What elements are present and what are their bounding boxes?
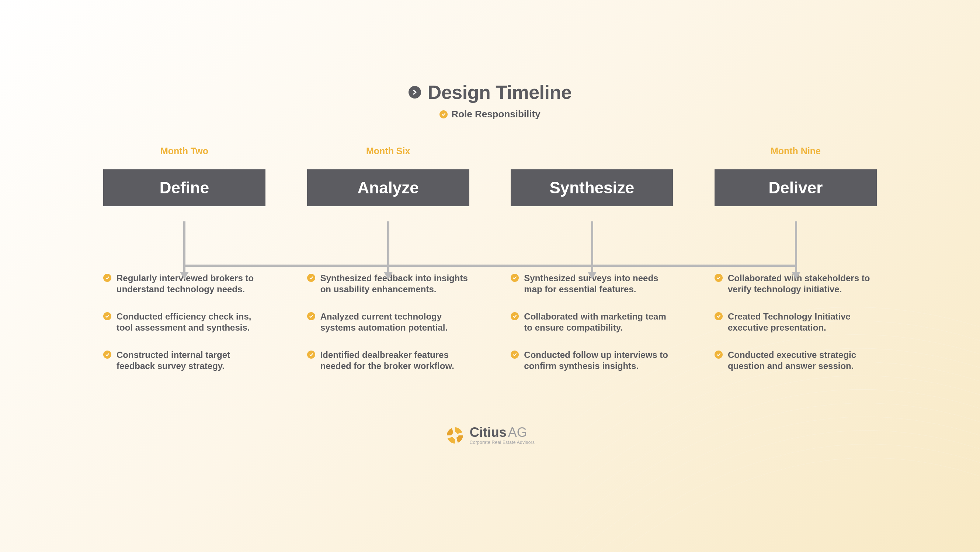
timeline-column: Month Nine Deliver Collaborated with sta… [714,146,877,372]
logo-name-suffix: AG [508,425,527,440]
check-circle-icon [103,351,111,359]
bullet-text: Collaborated with stakeholders to verify… [728,273,877,295]
bullet-text: Conducted efficiency check ins, tool ass… [116,311,266,333]
bullet-text: Constructed internal target feedback sur… [116,349,266,372]
stage-deliver: Deliver [714,169,877,206]
month-label: Month Two [161,146,208,163]
logo-tagline: Corporate Real Estate Advisors [470,440,535,445]
check-circle-icon [439,110,448,118]
bullet-text: Regularly interviewed brokers to underst… [116,273,266,295]
bullet-list: Collaborated with stakeholders to verify… [714,273,877,372]
bullet-text: Conducted executive strategic question a… [728,349,877,372]
bullet-item: Regularly interviewed brokers to underst… [103,273,266,295]
bullet-item: Synthesized feedback into insights on us… [307,273,469,295]
check-circle-icon [511,351,519,359]
bullet-text: Identified dealbreaker features needed f… [320,349,469,372]
stage-define: Define [103,169,266,206]
bullet-list: Synthesized feedback into insights on us… [307,273,469,372]
check-circle-icon [511,312,519,320]
check-circle-icon [714,274,723,282]
check-circle-icon [307,274,315,282]
check-circle-icon [714,312,723,320]
month-label: Month Six [366,146,410,163]
slide-root: Design Timeline Role Responsibility Mont… [0,0,980,552]
month-label: Month Nine [771,146,821,163]
bullet-text: Analyzed current technology systems auto… [320,311,469,333]
bullet-list: Regularly interviewed brokers to underst… [103,273,266,372]
check-circle-icon [103,274,111,282]
bullet-item: Created Technology Initiative executive … [714,311,877,333]
bullet-text: Synthesized surveys into needs map for e… [524,273,673,295]
company-logo: CitiusAG Corporate Real Estate Advisors [445,426,535,445]
bullet-list: Synthesized surveys into needs map for e… [511,273,673,372]
title-block: Design Timeline Role Responsibility [0,81,980,120]
bullet-item: Identified dealbreaker features needed f… [307,349,469,372]
chevron-right-circle-icon [409,86,421,99]
logo-mark-icon [445,426,465,445]
stage-analyze: Analyze [307,169,469,206]
logo-name-main: Citius [470,425,507,440]
check-circle-icon [103,312,111,320]
check-circle-icon [511,274,519,282]
bullet-item: Collaborated with marketing team to ensu… [511,311,673,333]
page-title: Design Timeline [428,81,571,103]
bullet-item: Conducted follow up interviews to confir… [511,349,673,372]
check-circle-icon [307,312,315,320]
bullet-item: Conducted efficiency check ins, tool ass… [103,311,266,333]
bullet-text: Collaborated with marketing team to ensu… [524,311,673,333]
bullet-item: Conducted executive strategic question a… [714,349,877,372]
timeline-columns: Month Two Define Regularly interviewed b… [0,146,980,372]
bullet-text: Synthesized feedback into insights on us… [320,273,469,295]
title-line: Design Timeline [409,81,571,103]
page-subtitle: Role Responsibility [451,108,540,120]
bullet-item: Collaborated with stakeholders to verify… [714,273,877,295]
logo-text: CitiusAG Corporate Real Estate Advisors [470,426,535,445]
bullet-text: Created Technology Initiative executive … [728,311,877,333]
timeline-column: Month Six Analyze Synthesized feedback i… [307,146,469,372]
subtitle-line: Role Responsibility [439,108,540,120]
bullet-item: Analyzed current technology systems auto… [307,311,469,333]
logo-name: CitiusAG [470,426,535,439]
timeline-column: Month Two Define Regularly interviewed b… [103,146,266,372]
stage-synthesize: Synthesize [511,169,673,206]
timeline-column: Synthesize Synthesized surveys into need… [511,146,673,372]
bullet-text: Conducted follow up interviews to confir… [524,349,673,372]
bullet-item: Synthesized surveys into needs map for e… [511,273,673,295]
check-circle-icon [714,351,723,359]
check-circle-icon [307,351,315,359]
bullet-item: Constructed internal target feedback sur… [103,349,266,372]
